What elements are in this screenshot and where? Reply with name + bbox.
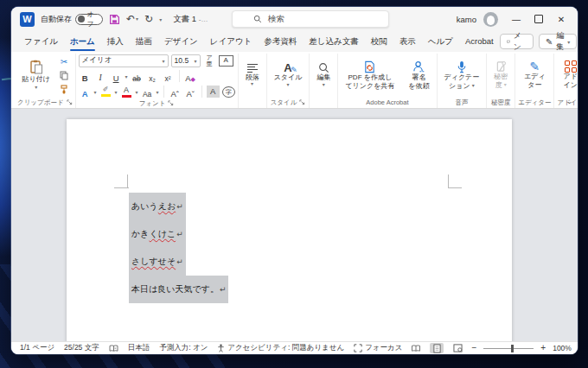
copy-button[interactable]	[57, 70, 71, 81]
chevron-down-icon[interactable]: ▾	[115, 89, 118, 95]
group-sensitivity: 秘密 度 ▾ 秘密度	[486, 54, 514, 108]
quick-access-overflow-chevron-icon[interactable]: ▾	[159, 16, 162, 22]
account-avatar[interactable]	[483, 12, 498, 27]
tab-review[interactable]: 校閲	[365, 31, 393, 52]
separator	[179, 70, 180, 82]
collapse-ribbon-chevron-icon[interactable]: ⌄	[566, 98, 572, 105]
shrink-font-button[interactable]: Aˇ	[184, 86, 197, 98]
create-pdf-share-link-button[interactable]: PDF を作成し てリンクを共有	[341, 60, 399, 91]
ime-prediction-indicator[interactable]: 予測入力: オン	[159, 343, 208, 353]
tab-help[interactable]: ヘルプ	[422, 31, 459, 52]
selected-text-block[interactable]: あいうえお↵ かきくけこ↵ さしすせそ↵ 本日は良い天気です。↵	[129, 193, 228, 303]
margin-mark-right	[448, 174, 449, 188]
font-size-select[interactable]: 10.5 ▾	[171, 54, 201, 67]
paragraph-mark: ↵	[176, 257, 183, 266]
text-line[interactable]: かきくけこ↵	[129, 220, 186, 248]
styles-menu-button[interactable]: A✎ スタイル ▾	[270, 61, 307, 89]
tab-insert[interactable]: 挿入	[101, 31, 130, 52]
maximize-button[interactable]	[527, 8, 550, 30]
print-layout-page-icon	[433, 344, 441, 353]
dictate-button[interactable]: ディクテー ション ▾	[440, 60, 484, 91]
text-line[interactable]: あいうえお↵	[129, 193, 186, 220]
character-border-button[interactable]: A	[219, 55, 233, 67]
tab-references[interactable]: 参考資料	[258, 31, 303, 52]
tab-home[interactable]: ホーム	[64, 31, 101, 52]
redo-button[interactable]: ↻	[144, 14, 153, 24]
font-name-select[interactable]: メイリオ ▾	[79, 54, 169, 67]
paste-button[interactable]: 貼り付け ▾	[19, 59, 54, 91]
superscript-button[interactable]: x²	[162, 70, 175, 82]
document-title[interactable]: 文書 1 -…	[173, 14, 208, 25]
subscript-button[interactable]: x₂	[146, 70, 159, 82]
italic-button[interactable]: I	[94, 70, 107, 82]
group-paragraph: 段落 ▾	[238, 54, 266, 108]
request-signatures-button[interactable]: 署名 を依頼	[404, 60, 433, 91]
save-button[interactable]	[109, 14, 120, 25]
change-case-button[interactable]: Aa	[141, 86, 154, 98]
chevron-down-icon: ▾	[472, 83, 475, 89]
strikethrough-button[interactable]: ab	[131, 70, 144, 82]
zoom-slider[interactable]	[483, 348, 534, 349]
font-color-button[interactable]: A	[120, 86, 133, 98]
grow-font-button[interactable]: Aˆ	[169, 86, 182, 98]
text-line[interactable]: さしすせそ↵	[129, 248, 186, 276]
highlight-button[interactable]: ✐	[99, 86, 112, 98]
tab-acrobat[interactable]: Acrobat	[459, 31, 500, 52]
text-effects-button[interactable]: A	[79, 86, 92, 98]
read-mode-button[interactable]	[409, 343, 423, 353]
char-count[interactable]: 25/25 文字	[64, 343, 99, 353]
account-name[interactable]: kamo	[457, 15, 476, 24]
focus-mode-button[interactable]: フォーカス	[354, 343, 402, 353]
editor-button[interactable]: ✎ エディ ター	[520, 60, 550, 90]
autosave-control[interactable]: 自動保存 オフ	[41, 14, 103, 25]
format-painter-button[interactable]	[57, 84, 71, 95]
zoom-slider-handle[interactable]	[511, 345, 514, 352]
accessibility-status[interactable]: アクセシビリティ: 問題ありません	[217, 343, 344, 353]
web-layout-button[interactable]	[451, 343, 464, 353]
autosave-toggle[interactable]: オフ	[75, 14, 103, 25]
tab-mailings[interactable]: 差し込み文書	[303, 31, 364, 52]
dialog-launcher-icon[interactable]	[299, 99, 305, 105]
chevron-down-icon[interactable]: ▾	[94, 89, 97, 95]
editing-mode-button[interactable]: ✎ 編集 ▾	[539, 34, 577, 49]
minimize-button[interactable]: —	[505, 8, 527, 30]
editing-menu-button[interactable]: 編集 ▾	[312, 61, 335, 89]
copy-icon	[60, 71, 68, 80]
dialog-launcher-icon[interactable]	[67, 99, 73, 105]
bold-button[interactable]: B	[79, 70, 92, 82]
underline-button[interactable]: U	[110, 70, 123, 82]
chevron-down-icon: ▾	[323, 82, 325, 88]
dialog-launcher-icon[interactable]	[168, 100, 174, 106]
clear-formatting-button[interactable]: A◆	[184, 70, 197, 82]
zoom-level[interactable]: 100%	[553, 344, 572, 352]
chevron-down-icon[interactable]: ▾	[125, 73, 128, 79]
comments-button[interactable]: コメント	[500, 34, 534, 49]
search-input[interactable]: 検索	[232, 10, 389, 28]
tab-layout[interactable]: レイアウト	[204, 31, 259, 52]
tab-view[interactable]: 表示	[393, 31, 422, 52]
character-shading-button[interactable]: A	[207, 86, 220, 98]
paragraph-menu-button[interactable]: 段落 ▾	[241, 62, 264, 89]
search-placeholder: 検索	[268, 14, 284, 25]
language-indicator[interactable]: 日本語	[128, 343, 150, 353]
close-button[interactable]: ✕	[550, 8, 572, 30]
chevron-down-icon[interactable]: ▾	[136, 89, 138, 95]
zoom-out-button[interactable]: −	[471, 344, 476, 352]
cut-button[interactable]: ✂	[57, 56, 71, 67]
text-line[interactable]: 本日は良い天気です。↵	[129, 276, 228, 303]
addins-button[interactable]: アド イン	[559, 60, 578, 90]
proofing-status-button[interactable]	[109, 345, 118, 352]
print-layout-button[interactable]	[430, 343, 444, 353]
word-app-icon[interactable]: W	[20, 12, 35, 27]
chevron-down-icon[interactable]: ▾	[157, 89, 159, 95]
enclose-characters-button[interactable]: 字	[222, 86, 235, 98]
tab-draw[interactable]: 描画	[130, 31, 158, 52]
zoom-in-button[interactable]: +	[540, 344, 546, 352]
page-indicator[interactable]: 1/1 ページ	[20, 343, 54, 353]
undo-button[interactable]: ↶▾	[126, 14, 138, 24]
tab-file[interactable]: ファイル	[18, 31, 64, 52]
proofing-book-icon	[109, 345, 118, 352]
tab-design[interactable]: デザイン	[158, 31, 204, 52]
phonetic-guide-button[interactable]: ア 亜	[203, 54, 216, 67]
document-page[interactable]: あいうえお↵ かきくけこ↵ さしすせそ↵ 本日は良い天気です。↵	[67, 119, 512, 341]
